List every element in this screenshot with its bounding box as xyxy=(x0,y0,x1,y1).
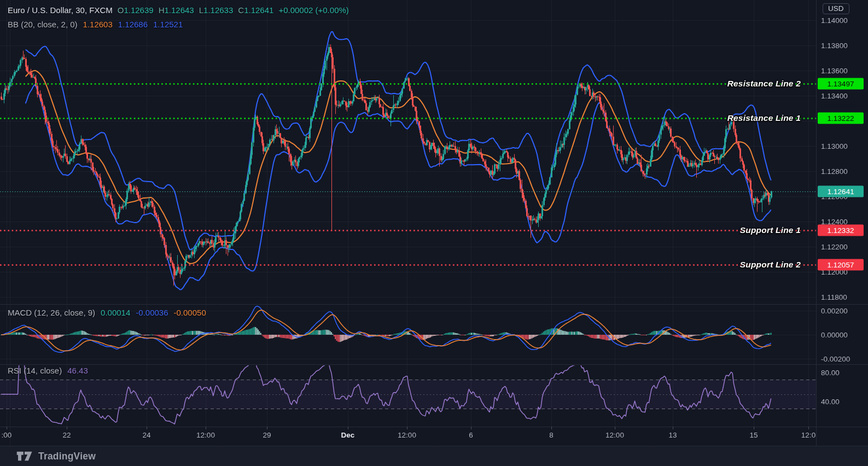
resistance-price-tag[interactable]: 1.13497 xyxy=(818,78,864,89)
support-price-tag[interactable]: 1.12057 xyxy=(818,259,864,270)
level-label-resistance[interactable]: Resistance Line 2 xyxy=(727,79,801,89)
tradingview-logo-icon[interactable] xyxy=(16,451,33,462)
price-tick-label: 1.12200 xyxy=(821,243,848,251)
time-tick-label[interactable]: 29 xyxy=(263,431,271,439)
time-tick-label[interactable]: Dec xyxy=(341,431,355,439)
price-tick-label: 1.11800 xyxy=(821,293,847,301)
time-tick-label[interactable]: 22 xyxy=(62,431,71,439)
bb-upper-value: 1.12686 xyxy=(118,20,148,29)
price-tick-label: 1.13800 xyxy=(821,42,848,50)
chart-plot-canvas[interactable] xyxy=(0,0,868,466)
change-value: +0.00002 (+0.00%) xyxy=(278,5,348,15)
price-axis[interactable]: USD 1.140001.138001.136001.134001.130001… xyxy=(816,0,868,446)
macd-indicator-legend[interactable]: MACD (12, 26, close, 9)0.00014-0.00036-0… xyxy=(8,308,206,317)
tradingview-brand[interactable]: TradingView xyxy=(38,451,96,462)
price-tick-label: 1.13000 xyxy=(821,142,848,150)
low-label: L xyxy=(199,5,203,15)
time-tick-label[interactable]: 24 xyxy=(142,431,150,439)
price-tick-label: 1.13600 xyxy=(821,67,848,75)
rsi-value: 46.43 xyxy=(67,366,88,375)
high-label: H xyxy=(159,5,165,15)
tradingview-chart-window: { "header": { "title": "Euro / U.S. Doll… xyxy=(0,0,868,466)
time-tick-label[interactable]: 15 xyxy=(749,431,758,439)
level-label-support[interactable]: Support Line 2 xyxy=(740,260,801,270)
macd-label[interactable]: MACD (12, 26, close, 9) xyxy=(8,308,95,317)
level-label-support[interactable]: Support Line 1 xyxy=(740,225,801,235)
low-value: 1.12633 xyxy=(203,5,233,15)
bb-label[interactable]: BB (20, close, 2, 0) xyxy=(8,20,78,29)
attribution-bar: TradingView xyxy=(16,448,96,464)
macd-tick-label: -0.00200 xyxy=(821,355,850,363)
price-tick-label: 1.13400 xyxy=(821,92,848,100)
time-tick-label[interactable]: 12:0 xyxy=(801,431,815,439)
support-price-tag[interactable]: 1.12332 xyxy=(818,224,864,236)
open-label: O xyxy=(118,5,124,15)
high-value: 1.12643 xyxy=(164,5,194,15)
macd-tick-label: 0.00000 xyxy=(821,331,848,339)
close-value: 1.12641 xyxy=(244,5,273,15)
level-label-resistance[interactable]: Resistance Line 1 xyxy=(727,113,801,123)
price-tick-label: 1.14000 xyxy=(821,16,848,25)
price-tick-label: 1.12800 xyxy=(821,167,848,176)
time-tick-label[interactable]: 12:00 xyxy=(196,431,215,439)
rsi-label[interactable]: RSI (14, close) xyxy=(8,366,62,375)
bb-lower-value: 1.12521 xyxy=(153,20,183,29)
bb-basis-value: 1.12603 xyxy=(83,20,113,29)
open-value: 1.12639 xyxy=(124,5,153,15)
macd-tick-label: 0.00200 xyxy=(821,307,848,315)
rsi-tick-label: 80.00 xyxy=(821,369,840,377)
time-tick-label[interactable]: 13 xyxy=(668,431,677,439)
macd-signal-value: -0.00050 xyxy=(174,308,206,317)
time-tick-label[interactable]: 12:00 xyxy=(398,431,416,439)
symbol-legend[interactable]: Euro / U.S. Dollar, 30, FXCMO1.12639H1.1… xyxy=(8,5,349,15)
rsi-indicator-legend[interactable]: RSI (14, close)46.43 xyxy=(8,366,88,375)
time-tick-label[interactable]: 6 xyxy=(469,431,473,439)
macd-line-value: -0.00036 xyxy=(136,308,168,317)
last-price-tag[interactable]: 1.12641 xyxy=(818,185,864,197)
time-tick-label[interactable]: 12:00 xyxy=(605,431,624,439)
time-tick-label[interactable]: 8 xyxy=(549,431,554,439)
close-label: C xyxy=(238,5,244,15)
time-axis[interactable]: :00222412:0029Dec12:006812:00131512:0 xyxy=(0,427,816,446)
symbol-title[interactable]: Euro / U.S. Dollar, 30, FXCM xyxy=(8,5,113,15)
bb-indicator-legend[interactable]: BB (20, close, 2, 0)1.126031.126861.1252… xyxy=(8,20,183,29)
time-tick-label[interactable]: :00 xyxy=(2,431,12,439)
resistance-price-tag[interactable]: 1.13222 xyxy=(818,112,864,124)
macd-histogram-value: 0.00014 xyxy=(101,308,130,317)
rsi-tick-label: 40.00 xyxy=(821,398,840,406)
currency-toggle-button[interactable]: USD xyxy=(823,3,849,14)
